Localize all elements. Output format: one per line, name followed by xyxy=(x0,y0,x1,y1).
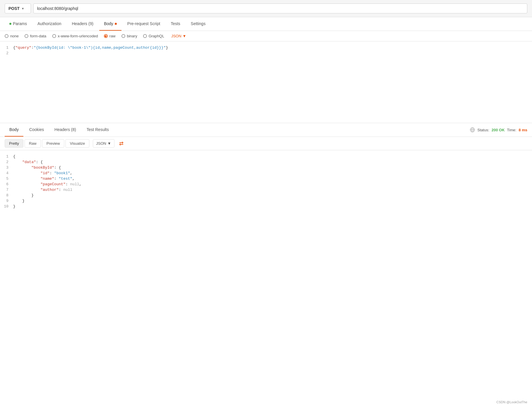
format-btn-raw[interactable]: Raw xyxy=(25,139,41,148)
json-format-dropdown-icon: ▼ xyxy=(182,34,186,38)
request-tabs-bar: Params Authorization Headers (9) Body Pr… xyxy=(0,17,532,31)
resp-content-7: "author": null xyxy=(13,188,532,192)
url-bar: POST ▼ xyxy=(0,0,532,17)
tab-prerequest[interactable]: Pre-request Script xyxy=(123,17,165,31)
resp-content-3: "bookById": { xyxy=(13,165,532,170)
response-json-dropdown-icon: ▼ xyxy=(107,141,111,146)
tab-body[interactable]: Body xyxy=(99,17,121,31)
response-json-selector[interactable]: JSON ▼ xyxy=(93,139,114,148)
resp-num-1: 1 xyxy=(0,154,13,159)
resp-content-1: { xyxy=(13,154,532,159)
resp-content-2: "data": { xyxy=(13,160,532,164)
line-content-2 xyxy=(13,51,532,55)
radio-graphql-circle xyxy=(143,34,147,38)
response-tab-test-results-label: Test Results xyxy=(86,127,109,132)
resp-line-1: 1 { xyxy=(0,154,532,159)
radio-urlencoded-label: x-www-form-urlencoded xyxy=(58,34,98,38)
resp-line-3: 3 "bookById": { xyxy=(0,165,532,170)
resp-num-6: 6 xyxy=(0,182,13,186)
resp-line-6: 6 "pageCount": null, xyxy=(0,181,532,187)
url-input[interactable] xyxy=(33,4,527,13)
radio-none[interactable]: none xyxy=(5,34,19,38)
body-dot xyxy=(115,23,117,25)
radio-graphql[interactable]: GraphQL xyxy=(143,34,164,38)
params-dot xyxy=(9,23,11,25)
resp-num-9: 9 xyxy=(0,199,13,203)
tab-params-label: Params xyxy=(13,21,27,26)
response-status-area: Status: 200 OK Time: 8 ms xyxy=(470,127,527,132)
radio-raw[interactable]: raw xyxy=(104,34,116,38)
tab-headers-label: Headers (9) xyxy=(72,21,93,26)
response-tab-headers[interactable]: Headers (8) xyxy=(50,123,81,137)
response-tab-cookies[interactable]: Cookies xyxy=(25,123,49,137)
resp-line-10: 10 } xyxy=(0,204,532,209)
tab-tests[interactable]: Tests xyxy=(166,17,185,31)
resp-num-2: 2 xyxy=(0,160,13,164)
format-btn-visualize[interactable]: Visualize xyxy=(65,139,89,148)
radio-form-data[interactable]: form-data xyxy=(25,34,46,38)
resp-line-2: 2 "data": { xyxy=(0,159,532,165)
resp-content-6: "pageCount": null, xyxy=(13,182,532,186)
radio-none-circle xyxy=(5,34,8,38)
resp-content-8: } xyxy=(13,193,532,198)
tab-authorization-label: Authorization xyxy=(37,21,61,26)
format-btn-preview[interactable]: Preview xyxy=(42,139,64,148)
method-selector[interactable]: POST ▼ xyxy=(5,4,31,13)
tab-authorization[interactable]: Authorization xyxy=(33,17,66,31)
radio-graphql-label: GraphQL xyxy=(149,34,164,38)
line-num-1: 1 xyxy=(0,46,13,50)
tab-settings[interactable]: Settings xyxy=(186,17,210,31)
status-value: 200 OK xyxy=(492,128,505,132)
resp-line-8: 8 } xyxy=(0,193,532,198)
radio-binary-circle xyxy=(121,34,125,38)
json-format-selector[interactable]: JSON ▼ xyxy=(171,34,186,38)
status-label: Status: xyxy=(477,128,489,132)
response-json-label: JSON xyxy=(96,141,106,146)
time-value: 8 ms xyxy=(519,128,527,132)
resp-content-4: "id": "book1", xyxy=(13,171,532,175)
radio-binary[interactable]: binary xyxy=(121,34,137,38)
line-num-2: 2 xyxy=(0,51,13,55)
request-line-2: 2 xyxy=(0,50,532,56)
globe-icon xyxy=(470,127,475,132)
tab-prerequest-label: Pre-request Script xyxy=(127,21,160,26)
tab-headers[interactable]: Headers (9) xyxy=(67,17,98,31)
response-tab-test-results[interactable]: Test Results xyxy=(82,123,113,137)
body-type-bar: none form-data x-www-form-urlencoded raw… xyxy=(0,31,532,41)
resp-num-10: 10 xyxy=(0,204,13,209)
resp-num-3: 3 xyxy=(0,165,13,170)
radio-urlencoded[interactable]: x-www-form-urlencoded xyxy=(52,34,98,38)
radio-binary-label: binary xyxy=(127,34,137,38)
line-content-1: {"query":"{bookById(id: \"book-1\"){id,n… xyxy=(13,46,532,50)
response-body: 1 { 2 "data": { 3 "bookById": { 4 "id": … xyxy=(0,150,532,213)
method-dropdown-icon: ▼ xyxy=(21,7,24,10)
resp-num-8: 8 xyxy=(0,193,13,198)
tab-body-label: Body xyxy=(104,21,113,26)
resp-content-5: "name": "test", xyxy=(13,177,532,181)
radio-raw-label: raw xyxy=(109,34,116,38)
tab-params[interactable]: Params xyxy=(5,17,32,31)
request-line-1: 1 {"query":"{bookById(id: \"book-1\"){id… xyxy=(0,45,532,50)
radio-form-data-label: form-data xyxy=(30,34,46,38)
response-format-bar: Pretty Raw Preview Visualize JSON ▼ ⇄ xyxy=(0,137,532,150)
method-label: POST xyxy=(8,6,20,11)
radio-urlencoded-circle xyxy=(52,34,56,38)
response-tab-headers-label: Headers (8) xyxy=(55,127,76,132)
response-tabs-bar: Body Cookies Headers (8) Test Results St… xyxy=(0,123,532,137)
tab-settings-label: Settings xyxy=(191,21,206,26)
resp-line-7: 7 "author": null xyxy=(0,187,532,193)
response-tab-body-label: Body xyxy=(9,127,19,132)
tab-tests-label: Tests xyxy=(171,21,180,26)
response-tab-body[interactable]: Body xyxy=(5,123,23,137)
format-btn-pretty[interactable]: Pretty xyxy=(5,139,23,148)
resp-num-4: 4 xyxy=(0,171,13,175)
radio-raw-circle xyxy=(104,34,108,38)
response-tab-cookies-label: Cookies xyxy=(29,127,44,132)
resp-content-10: } xyxy=(13,204,532,209)
request-editor[interactable]: 1 {"query":"{bookById(id: \"book-1\"){id… xyxy=(0,41,532,123)
time-label: Time: xyxy=(507,128,516,132)
resp-num-7: 7 xyxy=(0,188,13,192)
wrap-icon[interactable]: ⇄ xyxy=(119,140,124,147)
resp-content-9: } xyxy=(13,199,532,203)
radio-raw-inner xyxy=(105,35,107,37)
